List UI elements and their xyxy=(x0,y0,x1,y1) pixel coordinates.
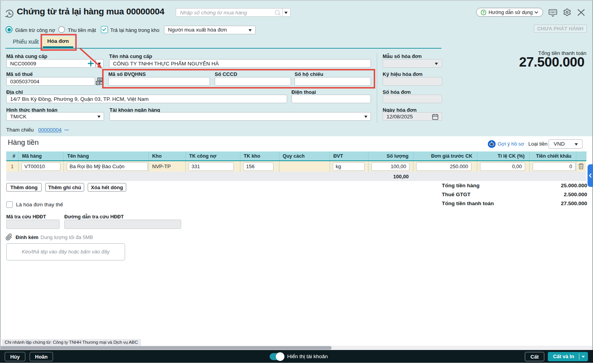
svg-text:?: ? xyxy=(482,10,485,14)
